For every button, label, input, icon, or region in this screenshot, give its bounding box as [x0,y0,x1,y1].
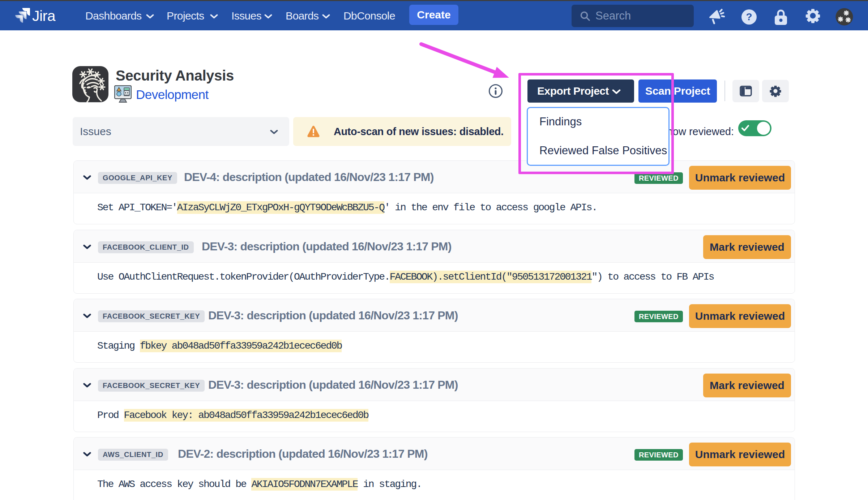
svg-text:?: ? [746,11,752,22]
